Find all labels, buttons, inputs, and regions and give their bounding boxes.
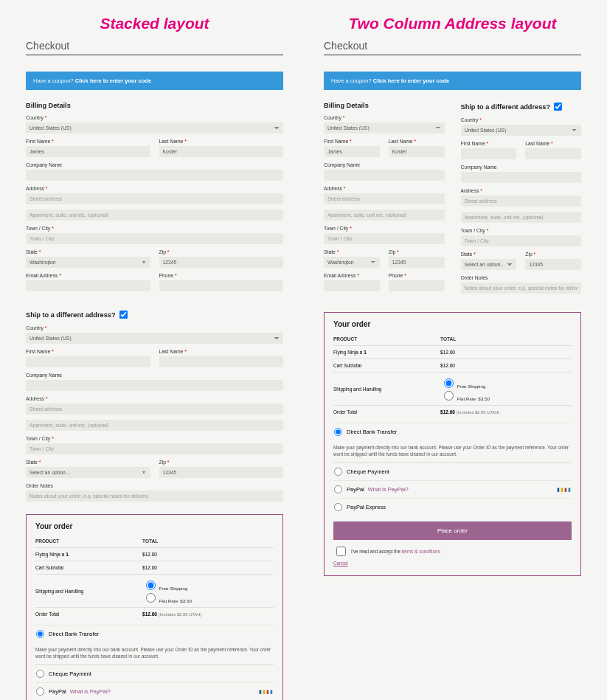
b2-country-select[interactable]: United States (US) [324,122,445,134]
ship-state-select[interactable]: Select an option… [26,467,150,478]
line-item: Flying Ninja x 1 [35,548,142,561]
title-rule-2 [324,55,581,55]
s2-country[interactable]: United States (US) [461,125,582,136]
title-rule [26,55,283,55]
town-label: Town / City [26,226,283,231]
billing-details-heading: Billing Details [26,102,283,109]
ship-flat-option[interactable]: Flat Rate: $3.50 [142,591,274,603]
s2-town[interactable] [461,235,582,246]
b2-email[interactable] [324,280,380,291]
your-order-heading: Your order [35,522,274,530]
order-review-box: Your order PRODUCTTOTAL Flying Ninja x 1… [26,514,283,700]
ship-country-select[interactable]: United States (US) [26,333,283,344]
coupon-notice-2[interactable]: Have a coupon? Click here to enter your … [324,72,581,90]
pay-direct[interactable]: Direct Bank Transfer [35,625,274,642]
ship-first-name-input[interactable] [26,356,150,367]
ship-town-input[interactable] [26,443,283,454]
s2-first[interactable] [461,148,517,159]
ship-different-checkbox[interactable] [119,311,127,319]
email-label: Email Address [26,273,150,278]
phone-label: Phone [159,273,284,278]
address1-input[interactable] [26,193,283,204]
b2-last-name[interactable] [389,146,445,157]
state-label: State [26,249,150,254]
stacked-layout-column: Stacked layout Checkout Have a coupon? C… [26,15,283,700]
ship-company-input[interactable] [26,380,283,391]
order-table-2: PRODUCTTOTAL Flying Ninja x 1$12.00 Cart… [333,333,572,418]
address2-input[interactable] [26,209,283,221]
country-label: Country [26,115,283,120]
b2-company[interactable] [324,170,445,181]
payment-methods-2: Direct Bank Transfer Make your payment d… [333,418,572,516]
ship-free-option[interactable]: Free Shipping [142,578,274,591]
phone-input[interactable] [159,280,284,291]
s2-ship-different-checkbox[interactable] [554,103,562,111]
coupon-notice[interactable]: Have a coupon? Click here to enter your … [26,72,283,90]
country-field: Country United States (US) [26,115,283,134]
b2-phone[interactable] [389,280,445,291]
pay-cheque[interactable]: Cheque Payment [35,665,274,682]
s2-zip[interactable] [525,259,581,270]
billing-column: Billing Details CountryUnited States (US… [324,102,445,299]
b2-first-name[interactable] [324,146,380,157]
twocolumn-layout-column: Two Column Address layout Checkout Have … [324,15,581,700]
b2-addr2[interactable] [324,209,445,221]
b2-addr1[interactable] [324,193,445,204]
ship-last-name-input[interactable] [159,356,284,367]
pay-direct-2[interactable]: Direct Bank Transfer [333,423,572,440]
company-label: Company Name [26,162,283,167]
ship-flat-option-2[interactable]: Flat Rate: $3.50 [440,389,572,401]
state-select[interactable]: Washington [26,257,150,268]
pay-paypal-express-2[interactable]: PayPal Express [333,498,572,516]
order-table: PRODUCTTOTAL Flying Ninja x 1$12.00 Cart… [35,535,274,620]
email-input[interactable] [26,280,150,291]
pay-direct-desc: Make your payment directly into our bank… [35,642,274,665]
first-name-input[interactable] [26,146,150,157]
ship-address1-input[interactable] [26,403,283,415]
order-notes-input[interactable] [26,491,283,502]
s2-addr1[interactable] [461,195,582,207]
b2-zip[interactable] [389,257,445,268]
twocolumn-layout-title: Two Column Address layout [324,15,581,32]
address-label: Address [26,186,283,191]
pay-cheque-2[interactable]: Cheque Payment [333,462,572,480]
company-input[interactable] [26,170,283,181]
s2-addr2[interactable] [461,212,582,223]
stacked-layout-title: Stacked layout [26,15,283,32]
shipping-column: Ship to a different address? CountryUnit… [461,102,582,299]
s2-notes[interactable] [461,283,582,294]
zip-label: Zip [159,249,284,254]
last-name-label: Last Name [159,139,284,144]
card-icons-2: ▮▮▮▮ [557,487,572,493]
coupon-link-2[interactable]: Click here to enter your code [373,77,449,84]
order-review-box-2: Your order PRODUCTTOTAL Flying Ninja x 1… [324,312,581,576]
ship-free-option-2[interactable]: Free Shipping [440,376,572,389]
b2-state[interactable]: Washington [324,257,380,268]
page-title: Checkout [26,40,283,52]
zip-input[interactable] [159,257,284,268]
town-input[interactable] [26,233,283,244]
last-name-input[interactable] [159,146,284,157]
terms-link-2[interactable]: terms & conditions [402,549,440,554]
address-two-up: Billing Details CountryUnited States (US… [324,102,581,299]
country-select[interactable]: United States (US) [26,122,283,134]
s2-company[interactable] [461,172,582,183]
order-notes-label: Order Notes [26,483,283,488]
page-title-2: Checkout [324,40,581,52]
pay-paypal[interactable]: PayPal What is PayPal?▮▮▮▮ [35,682,274,700]
cancel-link-2[interactable]: Cancel [333,561,348,566]
pay-paypal-2[interactable]: PayPal What is PayPal?▮▮▮▮ [333,480,572,498]
coupon-link[interactable]: Click here to enter your code [75,77,151,84]
b2-town[interactable] [324,233,445,244]
s2-state[interactable]: Select an option… [461,259,517,270]
place-order-button-2[interactable]: Place order [333,521,572,540]
ship-address2-input[interactable] [26,420,283,431]
ship-different-heading: Ship to a different address? [26,310,283,319]
coupon-prompt: Have a coupon? [33,77,75,84]
terms-row-2[interactable]: I've read and accept the terms & conditi… [333,540,572,558]
s2-last[interactable] [525,148,581,159]
first-name-label: First Name [26,139,150,144]
payment-methods: Direct Bank Transfer Make your payment d… [35,620,274,700]
ship-zip-input[interactable] [159,467,284,478]
card-icons: ▮▮▮▮ [259,689,274,695]
